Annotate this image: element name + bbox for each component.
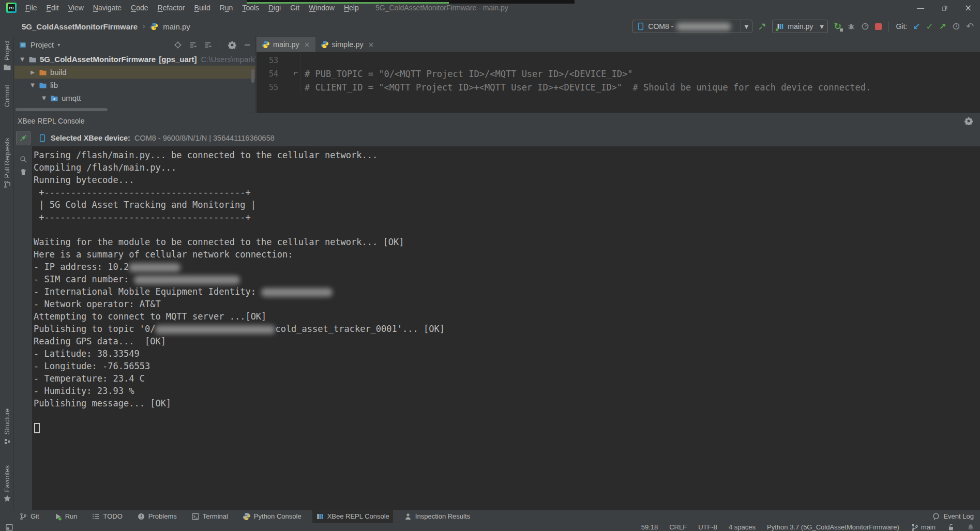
sidebar-tab-pull-requests[interactable]: Pull Requests	[0, 138, 14, 189]
breadcrumb-file[interactable]: main.py	[163, 22, 190, 31]
rerun-button[interactable]: ↻	[834, 22, 841, 31]
disconnect-plug-button[interactable]	[16, 131, 31, 145]
git-commit-button[interactable]: ✓	[926, 22, 933, 31]
branch-icon	[19, 512, 27, 521]
project-panel-actions	[174, 40, 251, 50]
minimize-button[interactable]: ―	[909, 0, 932, 16]
run-configuration-selector[interactable]: main.py ▼	[772, 20, 828, 33]
tab-main-py[interactable]: main.py ×	[257, 37, 315, 52]
collapse-all-button[interactable]	[204, 41, 212, 49]
tree-row-umqtt[interactable]: ▼ umqtt	[14, 92, 255, 104]
chevron-down-icon[interactable]: ▼	[18, 56, 26, 62]
tool-window-button-git[interactable]: Git	[16, 510, 43, 523]
tool-window-label: Python Console	[254, 512, 301, 520]
tool-window-button-xbee-repl-console[interactable]: XBee REPL Console	[312, 510, 393, 523]
code-area[interactable]: 53 54 # PUB_TOPIC = "0/<MQTT Project ID>…	[257, 52, 980, 94]
python-interpreter[interactable]: Python 3.7 (5G_ColdAssetMonitorFirmware)	[767, 523, 899, 531]
hide-panel-button[interactable]	[243, 41, 251, 49]
caret-position[interactable]: 59:18	[641, 523, 658, 531]
menu-item-window[interactable]: Window	[304, 4, 339, 12]
tool-window-button-python-console[interactable]: Python Console	[239, 510, 305, 523]
clear-trash-button[interactable]	[19, 168, 27, 176]
line-separator[interactable]: CRLF	[669, 523, 687, 531]
tool-window-label: Git	[31, 512, 39, 520]
profiler-button[interactable]	[861, 22, 869, 31]
git-branch-widget[interactable]: main	[911, 523, 936, 531]
pull-request-icon	[3, 180, 11, 189]
tool-window-button-run[interactable]: Run	[50, 510, 81, 523]
console-output[interactable]: Parsing /flash/main.py... be connected t…	[32, 146, 980, 510]
rollback-button[interactable]: ↶	[966, 22, 974, 31]
git-update-button[interactable]: ↙	[913, 22, 920, 31]
tab-simple-py[interactable]: simple.py ×	[315, 37, 380, 52]
menu-item-git[interactable]: Git	[285, 4, 304, 12]
tree-item-label: build	[50, 68, 67, 77]
chevron-down-icon[interactable]: ▼	[816, 20, 827, 33]
console-cursor	[34, 423, 40, 433]
running-indicator	[775, 28, 779, 32]
close-tab-icon[interactable]: ×	[368, 40, 374, 49]
locate-file-button[interactable]	[174, 41, 182, 49]
tree-row-build[interactable]: ▶ build	[14, 66, 255, 79]
menu-item-code[interactable]: Code	[126, 4, 153, 12]
menu-item-edit[interactable]: Edit	[42, 4, 64, 12]
indent-style[interactable]: 4 spaces	[729, 523, 756, 531]
unlocked-icon[interactable]	[947, 523, 955, 531]
tool-window-button-problems[interactable]: Problems	[133, 510, 180, 523]
pycharm-logo-icon: PC	[6, 3, 17, 13]
chevron-down-icon[interactable]: ▼	[28, 82, 37, 88]
horizontal-scrollbar[interactable]	[16, 108, 108, 111]
menu-item-file[interactable]: File	[21, 4, 42, 12]
menu-item-run[interactable]: Run	[215, 4, 238, 12]
tool-window-toggle-icon[interactable]	[5, 523, 13, 531]
xbee-device-selector[interactable]: COM8 - ▼	[632, 20, 752, 33]
sidebar-tab-commit[interactable]: Commit	[0, 85, 14, 107]
menu-item-view[interactable]: View	[64, 4, 88, 12]
fold-marker-icon[interactable]	[293, 70, 299, 77]
chevron-down-icon[interactable]: ▼	[40, 95, 48, 101]
console-title: XBee REPL Console	[18, 117, 84, 125]
tree-row-lib[interactable]: ▼ lib	[14, 79, 255, 92]
breadcrumb-project[interactable]: 5G_ColdAssetMonitorFirmware	[22, 22, 138, 31]
menu-item-help[interactable]: Help	[339, 4, 364, 12]
sidebar-tab-structure[interactable]: Structure	[0, 408, 14, 446]
project-view-selector[interactable]: Project ▾	[19, 41, 60, 49]
build-hammer-button[interactable]	[758, 22, 766, 31]
settings-gear-button[interactable]	[228, 41, 236, 49]
menu-item-navigate[interactable]: Navigate	[88, 4, 126, 12]
search-button[interactable]	[19, 155, 27, 163]
event-log-button[interactable]: Event Log	[932, 512, 974, 521]
menu-item-tools[interactable]: Tools	[237, 4, 264, 12]
git-push-button[interactable]: ↗	[939, 22, 946, 31]
menu-item-digi[interactable]: Digi	[264, 4, 285, 12]
code-line: 53	[257, 54, 980, 67]
menu-item-build[interactable]: Build	[190, 4, 215, 12]
close-button[interactable]: ×	[956, 0, 980, 16]
tool-window-button-terminal[interactable]: Terminal	[188, 510, 232, 523]
tool-window-button-todo[interactable]: TODO	[88, 510, 126, 523]
console-line: Reading GPS data... [OK]	[34, 335, 980, 347]
tool-window-button-inspection-results[interactable]: Inspection Results	[400, 510, 474, 523]
file-encoding[interactable]: UTF-8	[698, 523, 717, 531]
problems-icon	[137, 512, 145, 521]
tree-row-root[interactable]: ▼ 5G_ColdAssetMonitorFirmware [gps_uart]…	[14, 53, 255, 66]
sidebar-tab-project[interactable]: Project	[0, 40, 14, 71]
menu-item-refactor[interactable]: Refactor	[153, 4, 190, 12]
git-label: Git:	[896, 22, 907, 31]
debug-bug-button[interactable]	[847, 22, 855, 31]
python-file-icon	[321, 40, 329, 49]
chevron-right-icon[interactable]: ▶	[28, 69, 37, 75]
expand-all-button[interactable]	[189, 41, 197, 49]
sidebar-tab-favorites[interactable]: Favorites	[0, 465, 14, 503]
notifications-bell-icon[interactable]	[967, 523, 975, 531]
editor: main.py × simple.py × 53 54 # PUB_TOPIC …	[257, 37, 980, 113]
console-line: Here is a summary of cellular network co…	[34, 248, 980, 261]
restore-button[interactable]	[932, 0, 956, 16]
close-tab-icon[interactable]: ×	[304, 40, 310, 49]
history-clock-button[interactable]	[952, 22, 960, 31]
project-panel-header: Project ▾	[14, 37, 255, 53]
stop-button[interactable]	[875, 23, 882, 30]
chevron-down-icon[interactable]: ▼	[741, 20, 752, 33]
vertical-scrollbar[interactable]	[251, 69, 254, 83]
console-settings-gear-button[interactable]	[964, 117, 973, 125]
